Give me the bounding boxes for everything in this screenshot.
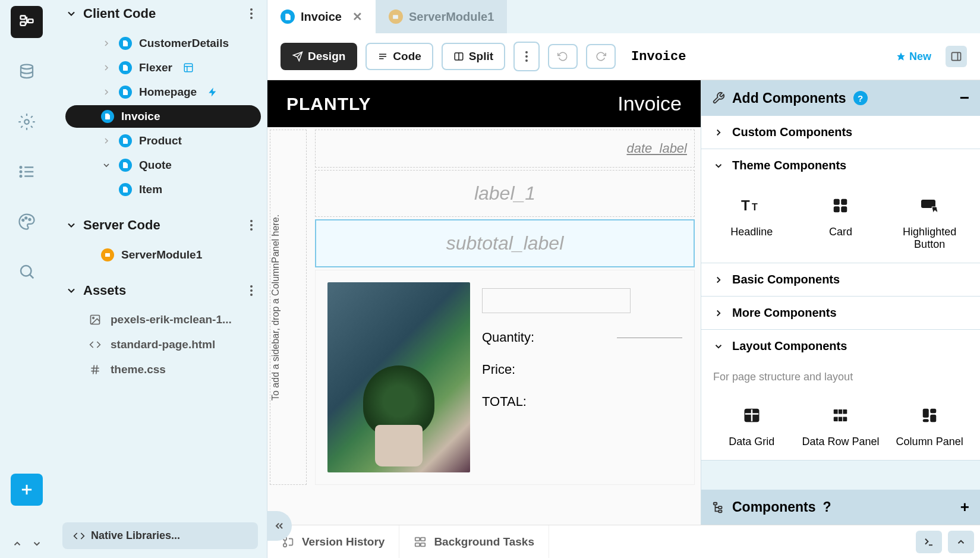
nav-tree-icon[interactable] [11, 6, 43, 38]
component-label: Headline [730, 226, 773, 238]
wrench-icon [712, 92, 725, 105]
split-button[interactable]: Split [442, 43, 505, 70]
date-label-component[interactable]: date_label [315, 130, 695, 168]
native-libraries-button[interactable]: Native Libraries... [62, 522, 258, 549]
svg-point-6 [20, 171, 22, 173]
asset-item-css[interactable]: theme.css [53, 357, 267, 382]
server-code-header[interactable]: Server Code [53, 212, 267, 239]
client-code-menu-icon[interactable] [248, 6, 255, 21]
tree-item-quote-item[interactable]: Item [65, 178, 261, 201]
tree-item-flexer[interactable]: Flexer [65, 56, 261, 79]
tab-label: Invoice [301, 10, 342, 24]
assets-list: pexels-erik-mclean-1... standard-page.ht… [53, 304, 267, 391]
svg-point-14 [21, 266, 31, 276]
total-row[interactable]: TOTAL: [482, 394, 682, 409]
assets-menu-icon[interactable] [248, 283, 255, 298]
tab-servermodule[interactable]: ServerModule1 [376, 0, 507, 33]
tree-label: Quote [139, 159, 172, 172]
assets-header[interactable]: Assets [53, 277, 267, 304]
svg-text:T: T [752, 202, 758, 212]
component-column-panel[interactable]: Column Panel [888, 403, 971, 448]
item-repeating-panel[interactable]: Quantity: Price: TOTAL: [315, 270, 695, 485]
subtotal-label-component[interactable]: subtotal_label [315, 219, 695, 267]
tab-module-icon [389, 10, 403, 24]
add-components-header[interactable]: Add Components ? − [701, 80, 980, 116]
svg-rect-41 [834, 199, 840, 205]
svg-rect-18 [184, 64, 193, 72]
help-icon[interactable]: ? [853, 91, 868, 105]
tree-item-quote[interactable]: Quote [65, 154, 261, 176]
form-content: date_label label_1 subtotal_label Quanti… [309, 127, 701, 487]
sidebar-dropzone[interactable]: To add a sidebar, drop a ColumnPanel her… [270, 130, 307, 485]
components-panel: Add Components ? − Custom Components The… [701, 80, 980, 525]
tab-invoice[interactable]: Invoice ✕ [267, 0, 376, 33]
more-components-toggle[interactable]: More Components [701, 297, 980, 329]
iconbar-bottom [9, 535, 45, 552]
section-label: More Components [732, 306, 837, 320]
design-button[interactable]: Design [281, 43, 357, 70]
component-card[interactable]: Card [799, 194, 882, 251]
card-icon [831, 194, 849, 217]
component-label: Data Grid [729, 436, 774, 448]
collapse-up-icon[interactable] [9, 535, 26, 552]
price-row[interactable]: Price: [482, 362, 682, 377]
svg-line-15 [30, 275, 33, 278]
asset-item-image[interactable]: pexels-erik-mclean-1... [53, 307, 267, 332]
components-tree-header[interactable]: Components ? + [701, 490, 980, 525]
label-1-component[interactable]: label_1 [315, 170, 695, 217]
theme-palette-icon[interactable] [11, 206, 43, 238]
sidebar: Client Code CustomerDetails Flexer Homep… [53, 0, 267, 558]
add-components-label: Add Components [732, 90, 846, 106]
collapse-panel-icon[interactable]: − [960, 89, 969, 108]
settings-icon[interactable] [11, 106, 43, 138]
basic-components-toggle[interactable]: Basic Components [701, 263, 980, 296]
component-data-row-panel[interactable]: Data Row Panel [799, 403, 882, 448]
console-button[interactable] [916, 531, 942, 553]
component-data-grid[interactable]: Data Grid [710, 403, 793, 448]
server-code-menu-icon[interactable] [248, 217, 255, 233]
tree-item-customerdetails[interactable]: CustomerDetails [65, 32, 261, 55]
svg-rect-21 [105, 253, 110, 257]
server-tree: ServerModule1 [53, 239, 267, 277]
more-actions-button[interactable] [513, 42, 540, 71]
tree-item-product[interactable]: Product [65, 130, 261, 152]
svg-rect-56 [923, 419, 929, 422]
collapse-down-icon[interactable] [29, 535, 45, 552]
section-label: Theme Components [732, 159, 846, 172]
database-icon[interactable] [11, 56, 43, 88]
component-highlighted-button[interactable]: Highlighted Button [888, 194, 971, 251]
add-button[interactable] [11, 474, 43, 506]
tree-item-homepage[interactable]: Homepage [65, 81, 261, 103]
expand-bottom-button[interactable] [948, 531, 974, 553]
data-grid-icon [743, 403, 761, 427]
code-button[interactable]: Code [365, 43, 433, 70]
section-label: Basic Components [732, 273, 840, 286]
svg-rect-53 [923, 409, 929, 418]
redo-button[interactable] [586, 44, 616, 69]
client-code-header[interactable]: Client Code [53, 0, 267, 27]
toggle-right-panel-button[interactable] [946, 46, 967, 67]
list-icon[interactable] [11, 156, 43, 188]
button-click-icon [920, 194, 939, 217]
asset-item-html[interactable]: standard-page.html [53, 332, 267, 357]
new-button[interactable]: New [896, 51, 931, 63]
tree-item-invoice[interactable]: Invoice [65, 105, 261, 128]
help-icon[interactable]: ? [823, 499, 831, 515]
client-code-label: Client Code [83, 6, 156, 21]
design-canvas[interactable]: PLANTLY Invoice To add a sidebar, drop a… [267, 80, 701, 525]
search-icon[interactable] [11, 256, 43, 288]
item-image[interactable] [327, 282, 470, 472]
custom-components-toggle[interactable]: Custom Components [701, 116, 980, 149]
quantity-row[interactable]: Quantity: [482, 330, 682, 345]
item-name-input[interactable] [482, 288, 631, 313]
background-tasks-tab[interactable]: Background Tasks [399, 525, 549, 558]
component-headline[interactable]: TT Headline [710, 194, 793, 251]
add-component-tree-icon[interactable]: + [960, 498, 969, 516]
tree-item-servermodule1[interactable]: ServerModule1 [65, 244, 261, 266]
version-history-label: Version History [302, 535, 385, 548]
svg-point-12 [25, 217, 27, 219]
undo-button[interactable] [548, 44, 578, 69]
theme-components-toggle[interactable]: Theme Components [701, 149, 980, 182]
tab-close-icon[interactable]: ✕ [352, 10, 363, 24]
layout-components-toggle[interactable]: Layout Components [701, 330, 980, 362]
